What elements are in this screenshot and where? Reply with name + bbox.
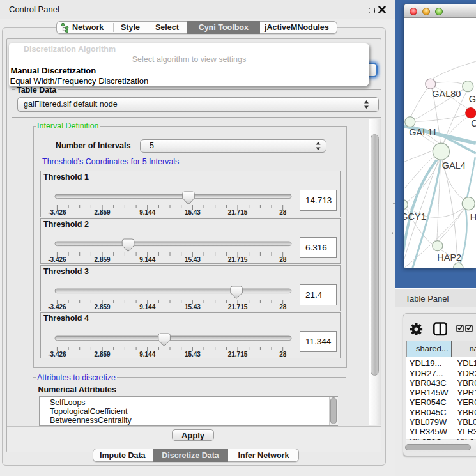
svg-text:21.715: 21.715 [228, 256, 248, 263]
svg-text:9.144: 9.144 [139, 256, 155, 263]
svg-text:GCY1: GCY1 [404, 211, 426, 222]
svg-text:C: C [471, 118, 476, 128]
svg-text:15.43: 15.43 [185, 351, 201, 358]
svg-text:15.43: 15.43 [185, 303, 201, 311]
svg-text:15.43: 15.43 [185, 209, 201, 216]
svg-text:9.144: 9.144 [139, 303, 155, 311]
svg-text:HAP2: HAP2 [437, 252, 461, 263]
svg-text:-3.426: -3.426 [48, 303, 66, 311]
svg-text:28: 28 [279, 209, 287, 216]
svg-text:21.715: 21.715 [228, 303, 248, 311]
svg-text:21.715: 21.715 [228, 351, 248, 358]
svg-text:15.43: 15.43 [185, 256, 201, 263]
svg-text:G...: G... [469, 93, 476, 104]
svg-text:28: 28 [279, 256, 287, 263]
svg-text:2.859: 2.859 [95, 351, 111, 358]
svg-text:H: H [470, 212, 476, 222]
svg-text:9.144: 9.144 [139, 209, 155, 216]
svg-text:-3.426: -3.426 [48, 209, 66, 216]
svg-text:GAL4: GAL4 [442, 160, 466, 170]
svg-text:28: 28 [279, 351, 287, 358]
svg-text:GAL80: GAL80 [432, 88, 461, 98]
svg-text:9.144: 9.144 [139, 351, 155, 358]
svg-text:2.859: 2.859 [95, 209, 111, 216]
svg-text:-3.426: -3.426 [48, 256, 66, 263]
svg-text:-3.426: -3.426 [48, 351, 66, 358]
svg-text:2.859: 2.859 [95, 256, 111, 263]
svg-text:21.715: 21.715 [228, 209, 248, 216]
svg-text:GAL11: GAL11 [409, 127, 437, 137]
svg-text:28: 28 [279, 303, 287, 311]
svg-text:2.859: 2.859 [95, 303, 111, 311]
